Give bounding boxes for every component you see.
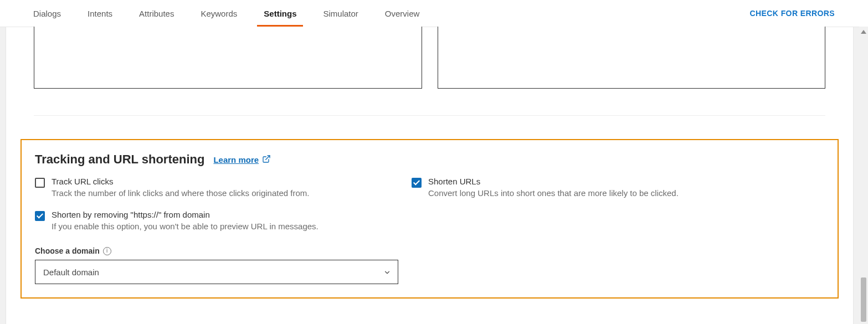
track-url-clicks-checkbox[interactable] xyxy=(35,178,45,188)
shorten-remove-https-row: Shorten by removing "https://" from doma… xyxy=(35,210,412,231)
top-nav: Dialogs Intents Attributes Keywords Sett… xyxy=(0,0,868,27)
shorten-remove-https-label: Shorten by removing "https://" from doma… xyxy=(52,210,319,219)
scrollbar xyxy=(859,27,868,324)
tab-settings[interactable]: Settings xyxy=(264,0,296,27)
scroll-up-arrow-icon[interactable] xyxy=(861,30,866,34)
section-header: Tracking and URL shortening Learn more xyxy=(35,152,824,167)
tab-list: Dialogs Intents Attributes Keywords Sett… xyxy=(33,0,419,27)
shorten-urls-desc: Convert long URLs into short ones that a… xyxy=(428,188,679,198)
section-divider xyxy=(34,115,825,116)
scroll-thumb[interactable] xyxy=(861,277,866,322)
shorten-remove-https-checkbox[interactable] xyxy=(35,211,45,221)
textarea-row xyxy=(6,27,853,89)
shorten-remove-https-desc: If you enable this option, you won't be … xyxy=(52,222,319,231)
shorten-urls-checkbox[interactable] xyxy=(412,178,422,188)
track-url-clicks-row: Track URL clicks Track the number of lin… xyxy=(35,177,412,198)
textarea-right[interactable] xyxy=(438,27,826,89)
tab-attributes[interactable]: Attributes xyxy=(139,0,174,27)
shorten-urls-label: Shorten URLs xyxy=(428,177,679,186)
chevron-down-icon xyxy=(383,269,390,275)
domain-field-label: Choose a domain xyxy=(35,246,100,255)
track-url-clicks-desc: Track the number of link clicks and wher… xyxy=(52,188,309,198)
learn-more-link[interactable]: Learn more xyxy=(213,155,271,165)
section-title: Tracking and URL shortening xyxy=(35,152,204,167)
track-url-clicks-label: Track URL clicks xyxy=(52,177,309,186)
textarea-left[interactable] xyxy=(34,27,422,89)
tab-dialogs[interactable]: Dialogs xyxy=(33,0,61,27)
shorten-urls-row: Shorten URLs Convert long URLs into shor… xyxy=(412,177,824,198)
tab-intents[interactable]: Intents xyxy=(88,0,112,27)
checkbox-grid: Track URL clicks Track the number of lin… xyxy=(35,177,824,231)
info-icon[interactable]: i xyxy=(103,247,111,255)
tab-simulator[interactable]: Simulator xyxy=(323,0,358,27)
domain-select-value: Default domain xyxy=(43,268,99,277)
domain-field: Choose a domain i Default domain xyxy=(35,246,398,284)
page-content: Tracking and URL shortening Learn more T… xyxy=(6,27,854,324)
domain-select[interactable]: Default domain xyxy=(35,260,398,284)
tracking-section: Tracking and URL shortening Learn more T… xyxy=(20,139,839,299)
tab-keywords[interactable]: Keywords xyxy=(201,0,237,27)
learn-more-label: Learn more xyxy=(213,155,259,164)
svg-line-0 xyxy=(266,156,270,160)
tab-overview[interactable]: Overview xyxy=(385,0,420,27)
check-for-errors-button[interactable]: CHECK FOR ERRORS xyxy=(750,9,835,18)
external-link-icon xyxy=(262,155,271,165)
